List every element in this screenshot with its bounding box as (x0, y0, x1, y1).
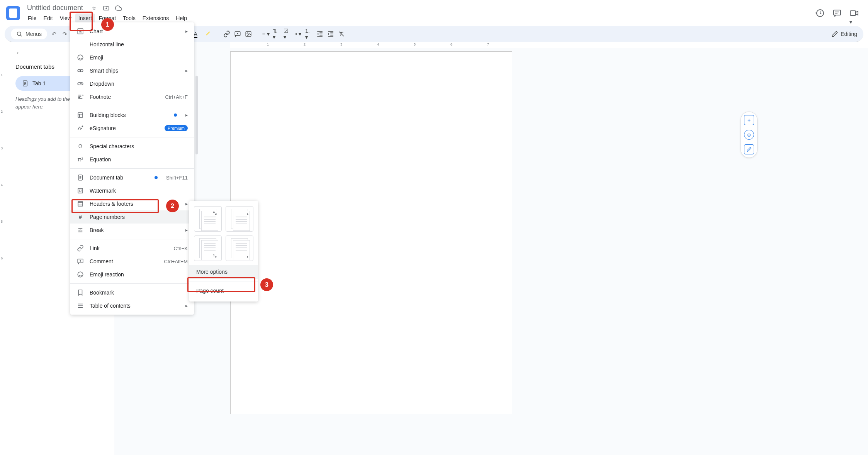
insert-document-tab[interactable]: Document tab Shift+F11 (70, 171, 194, 184)
ruler-tick: 4 (377, 42, 379, 46)
insert-emoji[interactable]: Emoji (70, 51, 194, 64)
premium-badge: Premium (165, 125, 188, 131)
comment-shortcut: Ctrl+Alt+M (164, 259, 188, 264)
ruler-tick: 3 (1, 146, 3, 150)
comments-icon[interactable] (832, 8, 842, 18)
history-icon[interactable] (815, 8, 825, 18)
ruler-tick: 1 (1, 73, 3, 77)
emoji-reaction-icon (76, 271, 84, 278)
comment-label: Comment (90, 258, 159, 264)
docs-logo-icon[interactable] (6, 6, 20, 20)
doc-info: Untitled document ☆ File Edit View Inser… (25, 3, 811, 23)
menu-divider (70, 106, 194, 106)
insert-emoji-reaction[interactable]: Emoji reaction (70, 268, 194, 281)
more-options-item[interactable]: More options (189, 265, 258, 279)
insert-footnote[interactable]: Footnote Ctrl+Alt+F (70, 90, 194, 103)
insert-toc[interactable]: Table of contents ▸ (70, 299, 194, 312)
add-comment-action[interactable]: + (744, 115, 754, 125)
insert-link[interactable]: Link Ctrl+K (70, 242, 194, 255)
star-icon[interactable]: ☆ (90, 4, 98, 12)
numbered-list-button[interactable]: 1. ▾ (305, 30, 313, 38)
redo-icon[interactable]: ↷ (61, 30, 69, 38)
document-page[interactable] (230, 51, 512, 414)
insert-smart-chips[interactable]: Smart chips ▸ (70, 64, 194, 77)
callout-number-3: 3 (260, 278, 273, 291)
insert-equation[interactable]: π² Equation (70, 153, 194, 166)
vertical-ruler: 1 2 3 4 5 6 (0, 42, 6, 455)
insert-bookmark[interactable]: Bookmark (70, 286, 194, 299)
insert-dropdown: Chart ▸ — Horizontal line Emoji Smart ch… (70, 22, 194, 315)
svg-rect-2 (850, 11, 856, 15)
editing-mode-button[interactable]: Editing (831, 30, 857, 37)
ruler-tick: 6 (450, 42, 452, 46)
scrollbar[interactable] (195, 76, 198, 154)
new-indicator-icon (155, 176, 158, 179)
menu-tools[interactable]: Tools (120, 14, 139, 23)
submenu-arrow-icon: ▸ (185, 201, 188, 207)
line-spacing-button[interactable]: ⇅ ▾ (273, 30, 280, 38)
svg-rect-13 (78, 113, 83, 117)
checklist-button[interactable]: ☑ ▾ (284, 30, 291, 38)
svg-point-3 (17, 32, 21, 35)
insert-esignature[interactable]: eSignature Premium (70, 122, 194, 135)
menu-divider (70, 137, 194, 137)
submenu-arrow-icon: ▸ (185, 29, 188, 34)
preset-header-right[interactable]: 21 (194, 206, 222, 232)
horizontal-line-icon: — (76, 41, 84, 48)
cloud-status-icon[interactable] (115, 4, 122, 12)
insert-dropdown-chip[interactable]: Dropdown (70, 77, 194, 90)
clear-formatting-button[interactable] (338, 30, 345, 38)
insert-comment[interactable]: Comment Ctrl+Alt+M (70, 255, 194, 268)
footnote-shortcut: Ctrl+Alt+F (165, 94, 188, 100)
suggest-edit-action[interactable] (744, 144, 754, 154)
insert-building-blocks[interactable]: Building blocks ▸ (70, 108, 194, 122)
move-folder-icon[interactable] (102, 4, 110, 12)
add-comment-icon[interactable] (234, 30, 241, 38)
preset-footer-right-skip-first[interactable]: 1 (226, 235, 253, 261)
link-label: Link (90, 245, 168, 251)
menus-button[interactable]: Menus (11, 29, 47, 39)
svg-point-9 (78, 55, 83, 60)
highlight-button[interactable] (203, 28, 213, 39)
insert-image-icon[interactable] (245, 30, 252, 38)
bookmark-label: Bookmark (90, 290, 188, 296)
insert-watermark[interactable]: Watermark (70, 184, 194, 197)
video-call-icon[interactable]: ▾ (849, 8, 859, 18)
menu-divider (70, 168, 194, 169)
bookmark-icon (76, 289, 84, 296)
emoji-reaction-action[interactable]: ☺ (744, 130, 754, 140)
menu-file[interactable]: File (25, 14, 40, 23)
bullet-list-button[interactable]: • ▾ (294, 30, 302, 38)
preset-header-right-skip-first[interactable]: 1 (226, 206, 253, 232)
doc-tab-label: Document tab (90, 174, 149, 181)
preset-footer-right[interactable]: 21 (194, 235, 222, 261)
menu-help[interactable]: Help (173, 14, 190, 23)
menu-divider (70, 239, 194, 239)
undo-icon[interactable]: ↶ (50, 30, 58, 38)
editing-mode-label: Editing (841, 31, 857, 37)
submenu-arrow-icon: ▸ (185, 303, 188, 308)
insert-link-icon[interactable] (223, 30, 231, 38)
insert-special-chars[interactable]: Ω Special characters (70, 140, 194, 153)
pi-icon: π² (76, 156, 84, 163)
submenu-arrow-icon: ▸ (185, 227, 188, 233)
insert-smartchips-label: Smart chips (90, 68, 180, 74)
callout-box-1 (70, 12, 93, 31)
ruler-tick: 5 (414, 42, 416, 46)
align-button[interactable]: ≡ ▾ (262, 30, 270, 38)
tab-label: Tab 1 (32, 80, 46, 86)
side-actions: + ☺ (741, 112, 758, 158)
footnote-icon (76, 93, 84, 101)
indent-decrease-button[interactable] (316, 30, 324, 38)
callout-number-1: 1 (101, 18, 114, 31)
insert-horizontal-line[interactable]: — Horizontal line (70, 38, 194, 51)
page-number-presets: 21 1 21 1 (189, 205, 258, 265)
insert-footnote-label: Footnote (90, 94, 160, 100)
callout-box-2 (71, 199, 159, 213)
insert-break[interactable]: Break ▸ (70, 224, 194, 237)
omega-icon: Ω (76, 142, 84, 150)
indent-increase-button[interactable] (327, 30, 335, 38)
menu-edit[interactable]: Edit (41, 14, 56, 23)
menu-extensions[interactable]: Extensions (139, 14, 172, 23)
ruler-tick: 2 (304, 42, 306, 46)
